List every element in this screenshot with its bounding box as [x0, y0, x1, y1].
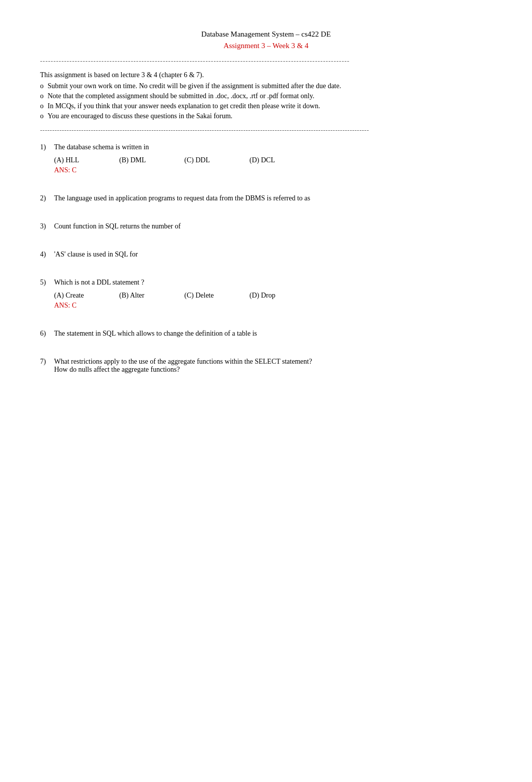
divider-bottom: ----------------------------------------…: [40, 126, 492, 134]
questions-container: 1)The database schema is written in(A) H…: [40, 143, 492, 374]
bullet-char-3: o: [40, 102, 44, 110]
bullet-4: o You are encouraged to discuss these qu…: [40, 112, 492, 120]
bullet-text-2: Note that the completed assignment shoul…: [48, 92, 492, 100]
question-1: 1)The database schema is written in(A) H…: [40, 143, 492, 174]
question-5-answer: ANS: C: [54, 302, 492, 310]
question-5-option-0: (A) Create: [54, 292, 119, 300]
question-5-option-3: (D) Drop: [249, 292, 315, 300]
page-header: Database Management System – cs422 DE As…: [40, 30, 492, 50]
question-1-answer-text: ANS: C: [54, 166, 77, 174]
bullet-text-4: You are encouraged to discuss these ques…: [48, 112, 492, 120]
question-7-row: 7)What restrictions apply to the use of …: [40, 358, 492, 374]
question-2-text: The language used in application program…: [54, 194, 492, 202]
bullet-text-3: In MCQs, if you think that your answer n…: [48, 102, 492, 110]
question-4-row: 4)'AS' clause is used in SQL for: [40, 250, 492, 258]
question-5-options: (A) Create(B) Alter(C) Delete(D) Drop: [54, 292, 492, 300]
question-5-text: Which is not a DDL statement ?: [54, 279, 492, 287]
question-1-text: The database schema is written in: [54, 143, 492, 151]
question-1-option-0: (A) HLL: [54, 156, 119, 164]
question-4: 4)'AS' clause is used in SQL for: [40, 250, 492, 258]
question-5-answer-text: ANS: C: [54, 302, 77, 309]
question-1-option-1: (B) DML: [119, 156, 184, 164]
question-2-number: 2): [40, 194, 54, 202]
question-6-text: The statement in SQL which allows to cha…: [54, 330, 492, 338]
bullet-char-4: o: [40, 112, 44, 120]
question-4-text: 'AS' clause is used in SQL for: [54, 250, 492, 258]
question-1-answer: ANS: C: [54, 166, 492, 174]
question-5-option-2: (C) Delete: [184, 292, 249, 300]
question-4-number: 4): [40, 250, 54, 258]
instruction-intro: This assignment is based on lecture 3 & …: [40, 71, 492, 79]
bullet-char-1: o: [40, 82, 44, 90]
question-6-row: 6)The statement in SQL which allows to c…: [40, 330, 492, 338]
divider-top: ----------------------------------------…: [40, 57, 492, 65]
question-7-number: 7): [40, 358, 54, 366]
question-5-option-1: (B) Alter: [119, 292, 184, 300]
instructions-section: This assignment is based on lecture 3 & …: [40, 71, 492, 120]
bullet-char-2: o: [40, 92, 44, 100]
question-5: 5)Which is not a DDL statement ?(A) Crea…: [40, 279, 492, 310]
question-1-number: 1): [40, 143, 54, 151]
question-1-row: 1)The database schema is written in: [40, 143, 492, 151]
question-5-row: 5)Which is not a DDL statement ?: [40, 279, 492, 287]
question-1-options: (A) HLL(B) DML(C) DDL(D) DCL: [54, 156, 492, 164]
question-2: 2)The language used in application progr…: [40, 194, 492, 202]
question-6-number: 6): [40, 330, 54, 338]
question-2-row: 2)The language used in application progr…: [40, 194, 492, 202]
bullet-1: o Submit your own work on time. No credi…: [40, 82, 492, 90]
bullet-2: o Note that the completed assignment sho…: [40, 92, 492, 100]
question-3: 3)Count function in SQL returns the numb…: [40, 222, 492, 230]
question-5-number: 5): [40, 279, 54, 287]
course-title: Database Management System – cs422 DE: [40, 30, 492, 39]
bullet-text-1: Submit your own work on time. No credit …: [48, 82, 492, 90]
question-1-option-2: (C) DDL: [184, 156, 249, 164]
bullet-3: o In MCQs, if you think that your answer…: [40, 102, 492, 110]
question-7-text: What restrictions apply to the use of th…: [54, 358, 492, 374]
question-3-text: Count function in SQL returns the number…: [54, 222, 492, 230]
question-3-row: 3)Count function in SQL returns the numb…: [40, 222, 492, 230]
assignment-title: Assignment 3 – Week 3 & 4: [40, 42, 492, 50]
question-7: 7)What restrictions apply to the use of …: [40, 358, 492, 374]
question-6: 6)The statement in SQL which allows to c…: [40, 330, 492, 338]
question-1-option-3: (D) DCL: [249, 156, 315, 164]
question-3-number: 3): [40, 222, 54, 230]
